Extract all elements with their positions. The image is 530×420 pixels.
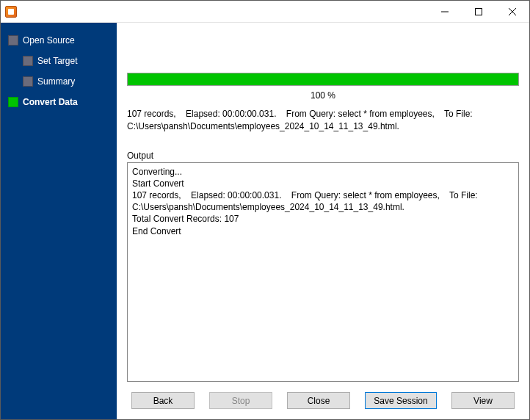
svg-rect-1 <box>476 8 482 15</box>
step-box-icon <box>23 56 33 66</box>
sidebar-item-label: Open Source <box>23 35 75 46</box>
close-button[interactable]: Close <box>287 392 350 409</box>
sidebar-item-set-target[interactable]: Set Target <box>1 51 117 71</box>
step-box-icon <box>8 97 18 107</box>
sidebar: Open Source Set Target Summary Convert D… <box>1 23 117 419</box>
output-label: Output <box>127 151 519 161</box>
main-panel: 100 % 107 records, Elapsed: 00:00:00.031… <box>117 23 529 419</box>
spacer <box>127 30 519 73</box>
body: Open Source Set Target Summary Convert D… <box>1 23 529 419</box>
sidebar-item-label: Convert Data <box>23 97 78 107</box>
step-box-icon <box>8 35 18 46</box>
step-box-icon <box>23 76 33 87</box>
window-controls <box>428 1 529 22</box>
sidebar-item-label: Summary <box>37 76 75 87</box>
save-session-button[interactable]: Save Session <box>365 392 437 409</box>
stop-button: Stop <box>209 392 272 409</box>
maximize-button[interactable] <box>462 1 495 22</box>
output-log[interactable]: Converting... Start Convert 107 records,… <box>127 162 519 382</box>
app-window: Open Source Set Target Summary Convert D… <box>0 0 530 420</box>
sidebar-item-label: Set Target <box>37 56 77 66</box>
view-button[interactable]: View <box>451 392 515 409</box>
status-text: 107 records, Elapsed: 00:00:00.031. From… <box>127 108 519 133</box>
progress-percent: 100 % <box>127 90 519 101</box>
button-row: Back Stop Close Save Session View <box>127 392 519 412</box>
sidebar-item-summary[interactable]: Summary <box>1 71 117 92</box>
progress-bar <box>127 73 519 86</box>
close-window-button[interactable] <box>495 1 529 22</box>
sidebar-item-open-source[interactable]: Open Source <box>1 30 117 51</box>
minimize-button[interactable] <box>428 1 462 22</box>
app-icon <box>5 6 17 18</box>
titlebar <box>1 1 529 23</box>
back-button[interactable]: Back <box>131 392 195 409</box>
sidebar-item-convert-data[interactable]: Convert Data <box>1 92 117 112</box>
